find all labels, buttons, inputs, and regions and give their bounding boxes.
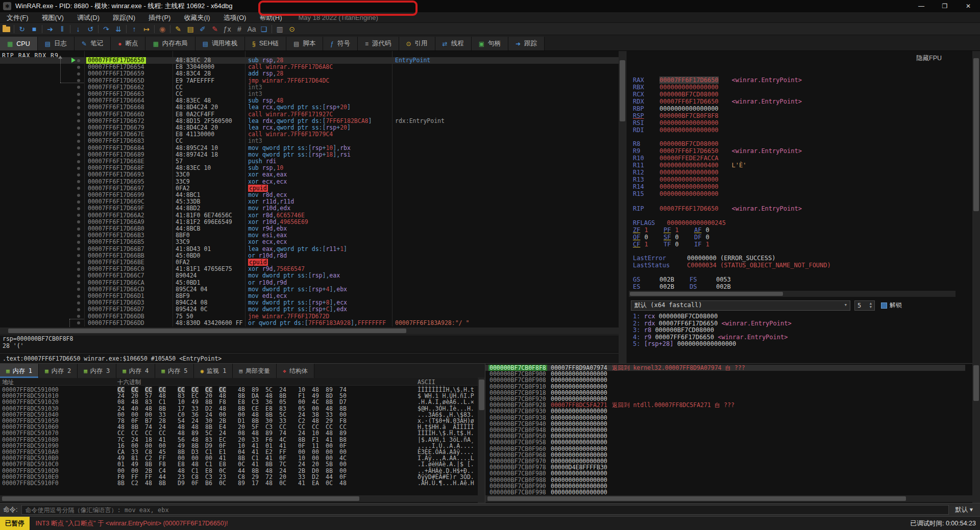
register-row-RDI[interactable]: RDI0000000000000000 <box>633 127 719 134</box>
register-row-R15[interactable]: R150000000000000000 <box>633 190 719 197</box>
menu-item-2[interactable]: 调试(D) <box>70 12 106 23</box>
breakpoint-dot[interactable] <box>77 153 80 156</box>
breakpoint-dot[interactable] <box>77 321 80 324</box>
breakpoint-dot[interactable] <box>77 59 80 62</box>
stack-hscrollbar[interactable] <box>485 495 972 502</box>
flag-DF[interactable]: DF0 <box>694 234 725 241</box>
breakpoint-dot[interactable] <box>77 295 80 298</box>
flag-OF[interactable]: OF0 <box>633 234 664 241</box>
disasm-row[interactable]: 00007FF6F17D667EE8 41130000call winrar.7… <box>0 131 619 138</box>
hash-icon[interactable]: # <box>233 23 246 35</box>
disasm-row[interactable]: 00007FF6F17D666848:8D4C24 20lea rcx,qwor… <box>0 104 619 111</box>
register-row-RAX[interactable]: RAX00007FF6F17D6650<winrar.EntryPoint> <box>633 77 802 84</box>
tab-线程[interactable]: ⇄线程 <box>435 37 472 51</box>
disasm-row[interactable]: 00007FF6F17D666DE8 0A2CF4FFcall winrar.7… <box>0 111 619 118</box>
stack-row[interactable]: 000000BF7CB0F9080000000000000000 <box>485 377 965 383</box>
breakpoint-dot[interactable] <box>77 268 80 271</box>
flag-IF[interactable]: IF1 <box>694 241 725 248</box>
register-row-RDX[interactable]: RDX00007FF6F17D6650<winrar.EntryPoint> <box>633 98 802 105</box>
restart-icon[interactable]: ↻ <box>16 23 28 35</box>
string-icon[interactable]: Aa <box>246 23 258 35</box>
disasm-row[interactable]: 00007FF6F17D66C7890424mov dword ptr ss:[… <box>0 272 619 279</box>
disasm-row[interactable]: 00007FF6F17D669C45:33DBxor r11d,r11d <box>0 198 619 205</box>
disasm-row[interactable]: 00007FF6F17D66BB45:0BD0or r10d,r8d <box>0 253 619 259</box>
breakpoint-dot[interactable] <box>77 127 80 130</box>
memory-dump-pane[interactable]: ▦内存 1▦内存 2▦内存 3▦内存 4▦内存 5◉监视 1▤局部变量❖结构体 … <box>0 363 485 503</box>
registers-hscrollbar[interactable] <box>629 291 955 297</box>
breakpoint-dot[interactable] <box>77 288 80 291</box>
disasm-row[interactable]: 00007FF6F17D66D7895424 0Cmov dword ptr s… <box>0 306 619 313</box>
dump-tab-结构体[interactable]: ❖结构体 <box>277 364 314 378</box>
tab-笔记[interactable]: ✎笔记 <box>75 37 111 51</box>
breakpoint-dot[interactable] <box>77 200 80 204</box>
breakpoint-dot[interactable] <box>77 187 80 190</box>
spinner-icons[interactable]: ▲▼ <box>870 302 872 309</box>
stack-row[interactable]: 000000BF7CB0F9600000000000000000 <box>485 446 965 452</box>
bookmark-icon[interactable]: ✎ <box>209 23 221 35</box>
dump-tab-内存 3[interactable]: ▦内存 3 <box>78 364 116 378</box>
register-row-R10[interactable]: R1000000FFEDE2FACCA <box>633 155 719 162</box>
disasm-row[interactable]: 00007FF6F17D669533C9xor ecx,ecx <box>0 179 619 185</box>
minimize-button[interactable]: — <box>910 0 933 12</box>
pause-icon[interactable]: ‖ <box>56 23 68 35</box>
breakpoint-dot[interactable] <box>77 214 80 217</box>
dump-tab-内存 1[interactable]: ▦内存 1 <box>0 364 39 378</box>
breakpoint-dot[interactable] <box>77 261 80 264</box>
tab-句柄[interactable]: ▣句柄 <box>472 37 508 51</box>
register-row-RCX[interactable]: RCX000000BF7CD08000 <box>633 91 719 98</box>
command-profile-dropdown[interactable]: 默认 ▾ <box>955 506 973 514</box>
dump-tab-内存 4[interactable]: ▦内存 4 <box>116 364 155 378</box>
register-row-R9[interactable]: R900007FF6F17D6650<winrar.EntryPoint> <box>633 147 802 155</box>
dump-tab-内存 2[interactable]: ▦内存 2 <box>39 364 78 378</box>
disasm-row[interactable]: 00007FF6F17D66A241:81F0 6E74656Cxor r8d,… <box>0 212 619 219</box>
stack-vscrollbar[interactable] <box>972 363 980 503</box>
stack-row[interactable]: 000000BF7CB0F9980000000000000000 <box>485 489 965 495</box>
run-icon[interactable]: ➔ <box>44 23 56 35</box>
breakpoint-dot[interactable] <box>77 133 80 136</box>
flag-ZF[interactable]: ZF1 <box>633 226 664 234</box>
breakpoint-dot[interactable] <box>77 119 80 122</box>
menu-item-5[interactable]: 收藏夹(I) <box>177 12 216 23</box>
hide-fpu-toggle[interactable]: 隐藏FPU <box>916 54 942 63</box>
flag-PF[interactable]: PF1 <box>664 226 694 234</box>
animate-into-icon[interactable]: ↺ <box>84 23 96 35</box>
label-icon[interactable]: ✐ <box>197 23 209 35</box>
breakpoint-dot[interactable] <box>77 113 80 116</box>
breakpoint-dot[interactable] <box>77 140 80 143</box>
registers-panel[interactable]: 隐藏FPU RAX00007FF6F17D6650<winrar.EntryPo… <box>627 51 972 363</box>
dump-tab-内存 5[interactable]: ▦内存 5 <box>155 364 194 378</box>
stack-row[interactable]: 000000BF7CB0F9380000000000000000 <box>485 415 965 421</box>
stack-row[interactable]: 000000BF7CB0F9580000000000000000 <box>485 439 965 445</box>
disasm-row[interactable]: 00007FF6F17D6662CCint3 <box>0 84 619 91</box>
step-over-icon[interactable]: ↷ <box>100 23 112 35</box>
dump-vscrollbar[interactable] <box>478 377 485 503</box>
breakpoint-dot[interactable] <box>77 228 80 231</box>
stack-row[interactable]: 000000BF7CB0F9800000000000000000 <box>485 470 965 476</box>
breakpoint-dot[interactable] <box>77 234 80 237</box>
dump-tab-局部变量[interactable]: ▤局部变量 <box>233 364 277 378</box>
disasm-row[interactable]: 00007FF6F17D66DD48:830D 43420600 FFor qw… <box>0 320 619 326</box>
register-row-R14[interactable]: R140000000000000000 <box>633 183 719 190</box>
stack-pane[interactable]: 000000BF7CB0F8F800007FF8D9A07974返回到 kern… <box>485 363 980 503</box>
stack-row[interactable]: 000000BF7CB0F9880000000000000000 <box>485 477 965 483</box>
command-input[interactable] <box>21 505 949 515</box>
menu-item-4[interactable]: 插件(P) <box>142 12 177 23</box>
stack-row[interactable]: 000000BF7CB0F9100000000000000000 <box>485 384 965 390</box>
breakpoint-dot[interactable] <box>77 99 80 103</box>
settings-icon[interactable]: ⊙ <box>286 23 298 35</box>
breakpoint-dot[interactable] <box>77 66 80 69</box>
register-row-R12[interactable]: R120000000000000000 <box>633 169 719 176</box>
stack-row[interactable]: 000000BF7CB0F9300000000000000000 <box>485 408 965 414</box>
menu-item-1[interactable]: 视图(V) <box>35 12 70 23</box>
run-to-user-icon[interactable]: ↦ <box>140 23 153 35</box>
disasm-row[interactable]: 00007FF6F17D668F48:83EC 10sub rsp,10 <box>0 165 619 171</box>
breakpoint-dot[interactable] <box>77 167 80 170</box>
disasm-row[interactable]: 00007FF6F17D667248:8D15 2F560500lea rdx,… <box>0 118 619 124</box>
tab-SEH链[interactable]: §SEH链 <box>245 37 286 51</box>
tab-内存布局[interactable]: ▦内存布局 <box>145 37 195 51</box>
dump-hscrollbar[interactable] <box>0 495 478 502</box>
disasm-row[interactable]: 00007FF6F17D66CA45:0BD1or r10d,r9d <box>0 280 619 286</box>
breakpoint-dot[interactable] <box>77 72 80 75</box>
disasm-row[interactable]: 00007FF6F17D66A941:81F2 696E6549xor r10d… <box>0 219 619 225</box>
comment-icon[interactable]: ▤ <box>184 23 197 35</box>
